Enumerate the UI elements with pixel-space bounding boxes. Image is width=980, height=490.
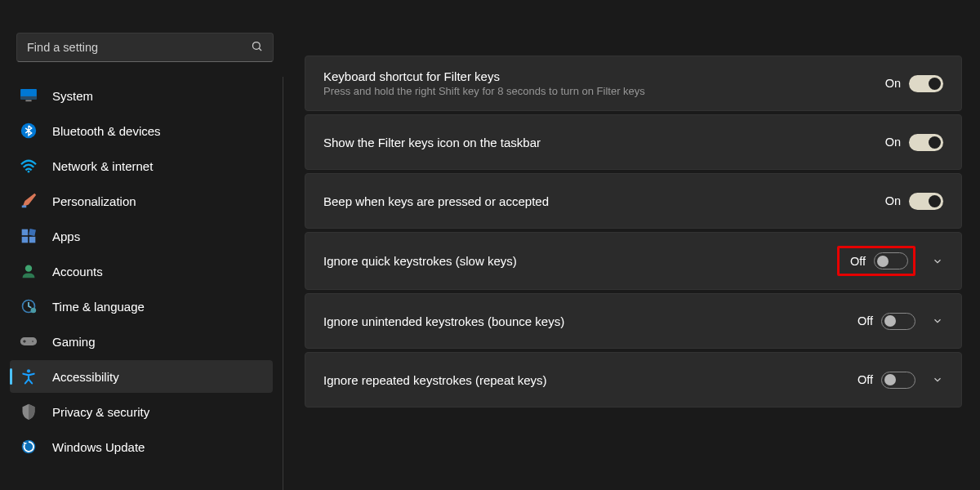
toggle-state-label: Off xyxy=(852,373,873,386)
chevron-down-icon[interactable] xyxy=(932,256,943,267)
setting-row[interactable]: Ignore unintended keystrokes (bounce key… xyxy=(305,293,962,349)
sidebar-item-privacy-security[interactable]: Privacy & security xyxy=(10,395,273,428)
svg-point-15 xyxy=(31,308,37,314)
search-input[interactable] xyxy=(27,41,251,54)
nav: SystemBluetooth & devicesNetwork & inter… xyxy=(0,77,283,490)
svg-rect-3 xyxy=(20,96,37,100)
svg-rect-8 xyxy=(22,229,29,236)
sidebar-item-windows-update[interactable]: Windows Update xyxy=(10,430,273,463)
apps-icon xyxy=(20,227,38,245)
setting-title: Ignore repeated keystrokes (repeat keys) xyxy=(323,373,852,387)
toggle-switch[interactable] xyxy=(909,193,943,210)
toggle-switch[interactable] xyxy=(909,134,943,151)
svg-point-18 xyxy=(32,341,33,342)
sidebar-item-label: Time & language xyxy=(52,300,145,314)
main-content: Keyboard shortcut for Filter keysPress a… xyxy=(290,0,980,490)
toggle-switch[interactable] xyxy=(874,252,908,270)
svg-rect-16 xyxy=(20,337,37,345)
sidebar-item-label: Apps xyxy=(52,229,80,243)
svg-point-12 xyxy=(25,265,32,272)
sidebar-item-label: Network & internet xyxy=(52,159,153,173)
svg-line-1 xyxy=(259,48,261,51)
toggle-switch[interactable] xyxy=(909,75,943,92)
chevron-down-icon[interactable] xyxy=(932,315,943,327)
system-icon xyxy=(20,87,38,105)
toggle-switch[interactable] xyxy=(881,372,915,389)
setting-title: Ignore unintended keystrokes (bounce key… xyxy=(323,314,852,328)
sidebar-item-gaming[interactable]: Gaming xyxy=(10,325,273,358)
time-icon xyxy=(20,297,38,315)
sidebar-item-label: Gaming xyxy=(52,335,96,349)
svg-rect-11 xyxy=(29,237,36,243)
setting-row: Show the Filter keys icon on the taskbar… xyxy=(305,114,962,170)
setting-row[interactable]: Ignore repeated keystrokes (repeat keys)… xyxy=(305,352,962,408)
update-icon xyxy=(20,438,38,456)
sidebar-item-label: Privacy & security xyxy=(52,405,149,419)
sidebar: SystemBluetooth & devicesNetwork & inter… xyxy=(0,0,290,490)
gaming-icon xyxy=(20,332,38,350)
privacy-icon xyxy=(20,403,38,421)
sidebar-item-label: System xyxy=(52,89,93,103)
setting-row: Keyboard shortcut for Filter keysPress a… xyxy=(305,56,962,111)
toggle-state-label: On xyxy=(880,77,901,90)
sidebar-item-accessibility[interactable]: Accessibility xyxy=(10,360,273,393)
sidebar-item-bluetooth-devices[interactable]: Bluetooth & devices xyxy=(10,114,273,147)
sidebar-item-label: Bluetooth & devices xyxy=(52,124,161,138)
brush-icon xyxy=(20,192,38,210)
toggle-state-label: Off xyxy=(844,255,866,268)
toggle-state-label: On xyxy=(880,194,901,207)
sidebar-item-time-language[interactable]: Time & language xyxy=(10,290,273,323)
toggle-switch[interactable] xyxy=(881,313,915,330)
sidebar-item-label: Accounts xyxy=(52,265,103,278)
svg-rect-7 xyxy=(22,206,27,208)
svg-rect-4 xyxy=(25,100,31,101)
search-icon xyxy=(251,40,263,56)
svg-point-0 xyxy=(253,42,261,49)
search-box[interactable] xyxy=(16,33,274,62)
sidebar-item-system[interactable]: System xyxy=(10,79,273,112)
accounts-icon xyxy=(20,262,38,280)
setting-description: Press and hold the right Shift key for 8… xyxy=(323,85,880,97)
chevron-down-icon[interactable] xyxy=(932,374,943,385)
setting-title: Ignore quick keystrokes (slow keys) xyxy=(323,254,837,268)
accessibility-icon xyxy=(20,368,38,385)
setting-title: Keyboard shortcut for Filter keys xyxy=(323,69,880,83)
highlight-annotation: Off xyxy=(837,246,915,276)
svg-rect-9 xyxy=(29,229,36,236)
sidebar-item-network-internet[interactable]: Network & internet xyxy=(10,149,273,182)
sidebar-item-personalization[interactable]: Personalization xyxy=(10,185,273,217)
svg-point-19 xyxy=(27,369,30,372)
setting-row[interactable]: Ignore quick keystrokes (slow keys)Off xyxy=(305,232,962,290)
svg-rect-10 xyxy=(22,237,29,243)
toggle-state-label: On xyxy=(880,136,901,149)
wifi-icon xyxy=(20,157,38,175)
bluetooth-icon xyxy=(20,122,38,140)
sidebar-item-accounts[interactable]: Accounts xyxy=(10,255,273,287)
toggle-state-label: Off xyxy=(852,314,873,327)
setting-title: Beep when keys are pressed or accepted xyxy=(323,194,880,208)
sidebar-item-apps[interactable]: Apps xyxy=(10,220,273,252)
sidebar-item-label: Windows Update xyxy=(52,440,145,454)
sidebar-item-label: Personalization xyxy=(52,194,136,208)
setting-title: Show the Filter keys icon on the taskbar xyxy=(323,136,880,149)
svg-point-6 xyxy=(28,171,30,173)
setting-row: Beep when keys are pressed or acceptedOn xyxy=(305,173,962,229)
sidebar-item-label: Accessibility xyxy=(52,370,119,384)
